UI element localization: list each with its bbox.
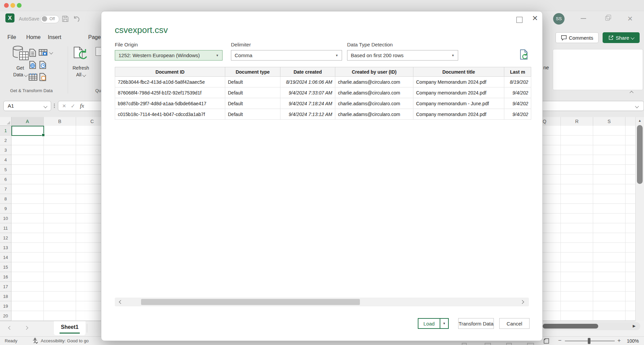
get-data-button[interactable]: Get Data — [9, 65, 31, 77]
view-extra-icon[interactable] — [527, 343, 534, 345]
dialog-maximize-icon[interactable] — [516, 17, 522, 23]
row-header-16[interactable]: 16 — [0, 272, 11, 282]
column-header: Document title — [413, 67, 504, 77]
share-button[interactable]: Share — [603, 32, 640, 43]
horizontal-scroll-thumb[interactable] — [543, 324, 598, 329]
vertical-scroll-thumb[interactable] — [637, 125, 643, 184]
column-header-a[interactable]: A — [11, 117, 44, 126]
file-origin-dropdown-icon: ▼ — [216, 54, 219, 57]
menu-tab-home[interactable]: Home — [26, 34, 41, 40]
select-all-corner[interactable] — [0, 117, 11, 126]
ready-status: Ready — [5, 338, 18, 343]
transform-data-button[interactable]: Transform Data — [458, 318, 494, 329]
view-normal-icon[interactable] — [462, 343, 467, 345]
scroll-right-arrow-icon[interactable]: ▶ — [633, 324, 636, 328]
prev-sheet-icon[interactable] — [8, 326, 12, 330]
view-page-break-icon[interactable] — [506, 343, 512, 345]
insert-function-icon[interactable]: fx — [80, 103, 84, 109]
mac-close-light[interactable] — [4, 3, 9, 8]
row-header-7[interactable]: 7 — [0, 184, 11, 194]
horizontal-scrollbar[interactable]: ▶ — [543, 322, 640, 330]
preview-scroll-left-icon[interactable] — [119, 300, 123, 304]
preview-scroll-thumb[interactable] — [141, 299, 360, 305]
row-header-14[interactable]: 14 — [0, 253, 11, 262]
mac-minimize-light[interactable] — [10, 3, 15, 8]
detection-select[interactable]: Based on first 200 rows ▼ — [347, 50, 458, 61]
row-header-13[interactable]: 13 — [0, 243, 11, 253]
row-header-6[interactable]: 6 — [0, 175, 11, 184]
row-header-4[interactable]: 4 — [0, 155, 11, 165]
formula-bar-grip-icon[interactable] — [54, 103, 55, 109]
existing-connections-icon[interactable] — [38, 73, 47, 81]
from-web-icon[interactable] — [28, 61, 37, 69]
confirm-entry-icon[interactable]: ✓ — [71, 103, 75, 109]
accessibility-icon[interactable] — [32, 338, 39, 344]
menu-tab-file[interactable]: File — [7, 34, 16, 40]
menu-tab-insert[interactable]: Insert — [48, 34, 61, 40]
table-cell: 876068f4-798d-425f-b1f2-92ef17539d1f — [115, 87, 225, 98]
cancel-entry-icon[interactable]: × — [62, 102, 66, 110]
menu-tab-page[interactable]: Page — [88, 34, 101, 40]
cancel-button[interactable]: Cancel — [499, 318, 530, 329]
vertical-scrollbar[interactable]: ▲ — [635, 117, 644, 321]
scroll-up-arrow-icon[interactable]: ▲ — [636, 119, 644, 122]
accessibility-status[interactable]: Accessibility: Good to go — [41, 338, 89, 343]
refresh-all-button[interactable]: Refresh All — [70, 65, 92, 77]
fill-handle[interactable] — [42, 133, 45, 137]
from-text-file-icon[interactable] — [28, 48, 37, 57]
name-box[interactable]: A1 — [3, 101, 51, 111]
delimiter-select[interactable]: Comma ▼ — [231, 50, 342, 61]
dialog-close-icon[interactable]: × — [532, 13, 538, 24]
zoom-out-icon[interactable]: − — [558, 337, 562, 344]
row-header-19[interactable]: 19 — [0, 301, 11, 311]
load-split-dropdown-icon[interactable]: ▼ — [440, 319, 448, 328]
autosave-toggle[interactable]: Off — [40, 15, 59, 23]
view-page-layout-icon[interactable] — [485, 343, 491, 345]
ribbon-divider — [68, 46, 68, 93]
column-header-b[interactable]: B — [44, 117, 76, 126]
preview-scrollbar[interactable] — [115, 298, 529, 306]
row-header-3[interactable]: 3 — [0, 145, 11, 155]
row-header-2[interactable]: 2 — [0, 136, 11, 145]
column-header-s[interactable]: S — [593, 117, 625, 126]
selected-cell-a1[interactable] — [11, 126, 44, 136]
group-label-get-transform: Get & Transform Data — [10, 88, 53, 93]
zoom-in-icon[interactable]: + — [617, 337, 621, 344]
row-header-17[interactable]: 17 — [0, 282, 11, 292]
load-button[interactable]: Load ▼ — [418, 318, 449, 329]
window-minimize-icon[interactable] — [581, 18, 586, 19]
refresh-preview-icon[interactable] — [519, 49, 529, 60]
window-close-icon[interactable]: × — [628, 13, 633, 24]
undo-icon[interactable] — [73, 15, 81, 23]
mac-zoom-light[interactable] — [17, 3, 22, 8]
column-header: Document type — [225, 67, 280, 77]
column-header-r[interactable]: R — [561, 117, 593, 126]
row-header-20[interactable]: 20 — [0, 311, 11, 321]
recent-sources-icon[interactable] — [38, 61, 47, 69]
row-header-8[interactable]: 8 — [0, 194, 11, 204]
sheet-tab-sheet1[interactable]: Sheet1 — [54, 321, 86, 335]
window-restore-icon[interactable] — [605, 16, 610, 21]
row-header-18[interactable]: 18 — [0, 292, 11, 301]
zoom-slider-thumb[interactable] — [588, 338, 590, 344]
from-picture-icon[interactable] — [38, 48, 48, 57]
row-header-11[interactable]: 11 — [0, 223, 11, 233]
account-avatar[interactable]: SS — [553, 13, 565, 25]
zoom-level[interactable]: 100% — [627, 338, 639, 344]
file-origin-select[interactable]: 1252: Western European (Windows) ▼ — [115, 50, 223, 61]
row-header-1[interactable]: 1 — [0, 126, 11, 136]
row-headers[interactable]: 1234567891011121314151617181920 — [0, 126, 11, 321]
from-picture-chevron-icon[interactable] — [49, 50, 53, 54]
comments-button[interactable]: Comments — [555, 32, 599, 43]
from-table-range-icon[interactable] — [28, 73, 38, 81]
row-header-5[interactable]: 5 — [0, 165, 11, 175]
row-header-12[interactable]: 12 — [0, 233, 11, 243]
collapse-ribbon-chevron-icon[interactable] — [630, 91, 633, 94]
row-header-9[interactable]: 9 — [0, 204, 11, 214]
preview-scroll-right-icon[interactable] — [520, 300, 524, 304]
next-sheet-icon[interactable] — [24, 326, 28, 330]
row-header-10[interactable]: 10 — [0, 214, 11, 223]
save-icon[interactable] — [62, 15, 69, 23]
page-layout-status-icon[interactable] — [543, 338, 549, 344]
row-header-15[interactable]: 15 — [0, 262, 11, 272]
